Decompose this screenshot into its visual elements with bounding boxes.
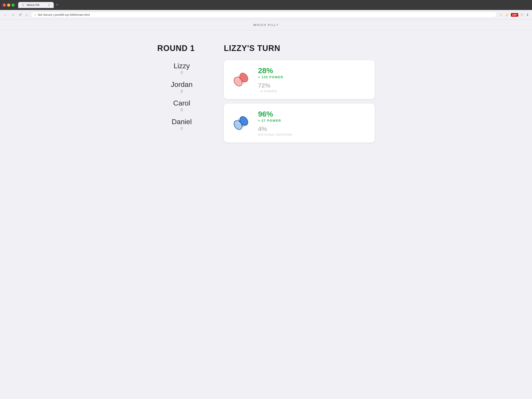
new-tab-button[interactable]: + [54,2,61,8]
blue-pill-card[interactable]: 96% + 27 POWER 4% NOTHING HAPPENS [224,104,375,143]
download-icon[interactable]: ⬇ [526,13,529,17]
round-label: ROUND 1 [157,44,206,53]
left-panel: ROUND 1 Lizzy 0 Jordan 0 Carol 0 Daniel … [157,44,206,143]
browser-toolbar: ← → ↺ ⌂ ⚠ Not Secure | point99.xyz:5600/… [0,10,532,20]
address-bar[interactable]: ⚠ Not Secure | point99.xyz:5600/main.htm… [31,12,497,18]
close-button[interactable] [3,4,6,7]
player-name-lizzy: Lizzy [157,62,206,70]
security-icon: ⚠ [34,13,37,16]
player-item-carol: Carol 0 [157,99,206,112]
shield-icon[interactable]: 🛡 [520,13,524,17]
turn-label: LIZZY'S TURN [224,44,375,53]
lightning-icon[interactable]: ⚡ [505,13,509,17]
blue-pill-secondary-label: NOTHING HAPPENS [258,133,367,136]
player-name-carol: Carol [157,99,206,107]
blue-pill-primary-label: + 27 POWER [258,119,367,122]
player-name-daniel: Daniel [157,118,206,126]
toolbar-right: ☆ ⚡ ABP 🛡 ⬇ [499,13,529,17]
forward-button[interactable]: → [10,12,16,17]
main-layout: ROUND 1 Lizzy 0 Jordan 0 Carol 0 Daniel … [144,30,388,151]
player-score-carol: 0 [157,108,206,112]
tab-close-button[interactable]: ✕ [48,4,50,7]
tab-title: Which Pill [27,3,39,7]
url-display: Not Secure | point99.xyz:5600/main.html [38,13,90,16]
maximize-button[interactable] [12,4,15,7]
red-pill-primary-label: + 135 POWER [258,75,367,79]
player-name-jordan: Jordan [157,81,206,89]
refresh-button[interactable]: ↺ [18,12,22,17]
home-button[interactable]: ⌂ [25,12,29,17]
player-score-daniel: 0 [157,126,206,131]
blue-pill-primary-percent: 96% [258,110,367,118]
red-pill-icon [231,70,251,90]
back-button[interactable]: ← [3,12,8,17]
traffic-lights [3,4,15,7]
blue-pill-icon [231,113,251,133]
player-item-lizzy: Lizzy 0 [157,62,206,75]
players-list: Lizzy 0 Jordan 0 Carol 0 Daniel 0 [157,62,206,131]
site-header-title: WHICH PILL? [253,23,279,27]
site-header: WHICH PILL? [0,20,532,30]
red-pill-primary-percent: 28% [258,66,367,75]
player-item-jordan: Jordan 0 [157,81,206,94]
right-panel: LIZZY'S TURN [224,44,375,143]
blue-pill-stats: 96% + 27 POWER 4% NOTHING HAPPENS [258,110,367,136]
minimize-button[interactable] [7,4,10,7]
page-content: WHICH PILL? ROUND 1 Lizzy 0 Jordan 0 Car… [0,20,532,399]
tab-page-icon [22,4,25,7]
adblock-badge[interactable]: ABP [511,13,518,17]
tab-bar: Which Pill ✕ + [18,2,529,8]
pills-container: 28% + 135 POWER 72% - 8 POWER [224,60,375,143]
browser-chrome: Which Pill ✕ + ← → ↺ ⌂ ⚠ Not Secure | po… [0,0,532,20]
blue-pill-secondary-percent: 4% [258,125,367,132]
red-pill-secondary-label: - 8 POWER [258,90,367,93]
red-pill-stats: 28% + 135 POWER 72% - 8 POWER [258,66,367,93]
player-score-jordan: 0 [157,89,206,94]
bookmark-button[interactable]: ☆ [499,13,503,17]
browser-titlebar: Which Pill ✕ + [0,0,532,10]
player-item-daniel: Daniel 0 [157,118,206,131]
red-pill-secondary-percent: 72% [258,82,367,89]
active-tab[interactable]: Which Pill ✕ [18,2,54,8]
red-pill-card[interactable]: 28% + 135 POWER 72% - 8 POWER [224,60,375,99]
player-score-lizzy: 0 [157,70,206,75]
